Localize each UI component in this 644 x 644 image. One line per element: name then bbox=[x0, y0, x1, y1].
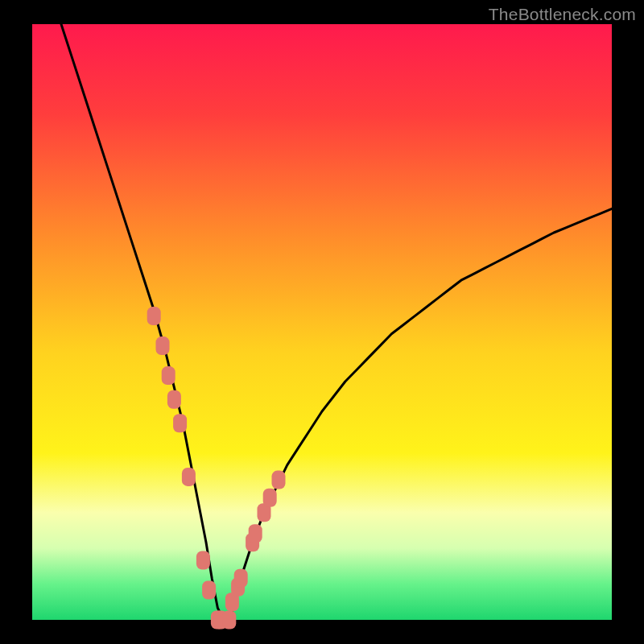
bottleneck-chart: TheBottleneck.com bbox=[0, 0, 644, 644]
curve-marker bbox=[249, 524, 262, 543]
curve-marker bbox=[167, 390, 181, 409]
curve-marker bbox=[222, 611, 236, 630]
curve-marker bbox=[234, 569, 248, 588]
chart-svg bbox=[0, 0, 644, 644]
curve-marker bbox=[272, 471, 286, 489]
curve-marker bbox=[182, 468, 196, 486]
curve-marker bbox=[162, 366, 175, 385]
curve-marker bbox=[202, 581, 216, 600]
curve-marker bbox=[196, 551, 210, 570]
curve-marker bbox=[147, 307, 161, 325]
plot-area bbox=[32, 24, 612, 620]
curve-marker bbox=[173, 414, 187, 432]
curve-marker bbox=[156, 336, 170, 355]
curve-marker bbox=[263, 489, 277, 507]
watermark-label: TheBottleneck.com bbox=[489, 5, 636, 24]
